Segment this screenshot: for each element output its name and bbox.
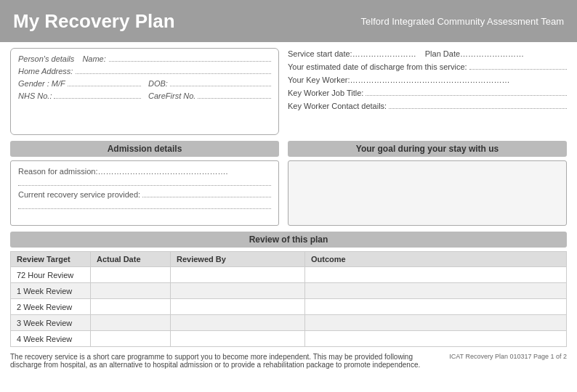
footer: The recovery service is a short care pro… xyxy=(10,353,567,369)
current-row: Current recovery service provided: xyxy=(18,190,271,199)
review-section: Review of this plan Review Target Actual… xyxy=(10,232,567,347)
review-table: Review Target Actual Date Reviewed By Ou… xyxy=(10,251,567,347)
review-cell-reviewed xyxy=(171,267,305,283)
middle-section: Admission details Reason for admission:…… xyxy=(10,141,567,226)
col-reviewed-by: Reviewed By xyxy=(171,252,305,267)
page-title: My Recovery Plan xyxy=(13,10,175,33)
main-content: Person's details Name: Home Address: Gen… xyxy=(0,42,577,373)
key-worker-label: Your Key Worker:…………………………………………………… xyxy=(288,75,510,84)
reason-extra-line xyxy=(18,179,271,186)
review-cell-target: 3 Week Review xyxy=(11,315,91,331)
admission-header: Admission details xyxy=(10,141,279,157)
review-cell-reviewed xyxy=(171,283,305,299)
review-cell-reviewed xyxy=(171,331,305,347)
carefirst-half: CareFirst No. xyxy=(148,91,271,100)
review-table-row: 1 Week Review xyxy=(11,283,567,299)
header: My Recovery Plan Telford Integrated Comm… xyxy=(0,0,577,42)
service-start-row: Service start date:…………………… Plan Date………… xyxy=(288,49,567,58)
discharge-row: Your estimated date of discharge from th… xyxy=(288,62,567,71)
review-cell-actual xyxy=(91,299,171,315)
review-cell-target: 1 Week Review xyxy=(11,283,91,299)
current-label: Current recovery service provided: xyxy=(18,190,140,199)
col-actual-date: Actual Date xyxy=(91,252,171,267)
gender-dob-row: Gender : M/F DOB: xyxy=(18,79,271,88)
col-review-target: Review Target xyxy=(11,252,91,267)
home-address-row: Home Address: xyxy=(18,67,271,75)
footer-ref: ICAT Recovery Plan 010317 Page 1 of 2 xyxy=(449,353,567,360)
review-cell-actual xyxy=(91,267,171,283)
review-cell-target: 72 Hour Review xyxy=(11,267,91,283)
right-info: Service start date:…………………… Plan Date………… xyxy=(288,48,567,135)
review-table-row: 72 Hour Review xyxy=(11,267,567,283)
discharge-label: Your estimated date of discharge from th… xyxy=(288,62,467,71)
contact-label: Key Worker Contact details: xyxy=(288,102,387,110)
current-extra-line xyxy=(18,202,271,209)
job-title-row: Key Worker Job Title: xyxy=(288,89,567,97)
address-dotted-line xyxy=(76,73,271,74)
review-cell-outcome xyxy=(305,315,567,331)
name-dotted-line xyxy=(109,61,271,62)
col-outcome: Outcome xyxy=(305,252,567,267)
nhs-carefirst-row: NHS No.: CareFirst No. xyxy=(18,91,271,100)
review-cell-outcome xyxy=(305,331,567,347)
goal-column: Your goal during your stay with us xyxy=(288,141,567,226)
dob-half: DOB: xyxy=(148,79,271,88)
review-cell-outcome xyxy=(305,267,567,283)
header-subtitle: Telford Integrated Community Assessment … xyxy=(361,16,564,27)
review-cell-outcome xyxy=(305,283,567,299)
top-section: Person's details Name: Home Address: Gen… xyxy=(10,48,567,135)
service-start-label: Service start date:…………………… xyxy=(288,49,416,58)
job-title-label: Key Worker Job Title: xyxy=(288,89,363,97)
review-table-header-row: Review Target Actual Date Reviewed By Ou… xyxy=(11,252,567,267)
plan-date-label: Plan Date…………………… xyxy=(425,49,524,58)
admission-box: Reason for admission:…………………………………………. C… xyxy=(10,160,279,226)
review-header: Review of this plan xyxy=(10,232,567,248)
review-cell-actual xyxy=(91,315,171,331)
admission-column: Admission details Reason for admission:…… xyxy=(10,141,279,226)
person-details-box: Person's details Name: Home Address: Gen… xyxy=(10,48,279,135)
goal-header: Your goal during your stay with us xyxy=(288,141,567,157)
review-cell-actual xyxy=(91,283,171,299)
key-worker-row: Your Key Worker:…………………………………………………… xyxy=(288,75,567,84)
reason-row: Reason for admission:…………………………………………. xyxy=(18,167,271,176)
review-table-row: 4 Week Review xyxy=(11,331,567,347)
reason-label: Reason for admission:…………………………………………. xyxy=(18,167,228,176)
review-cell-target: 4 Week Review xyxy=(11,331,91,347)
goal-box xyxy=(288,160,567,226)
review-cell-outcome xyxy=(305,299,567,315)
footer-main-text: The recovery service is a short care pro… xyxy=(10,353,442,369)
review-table-row: 2 Week Review xyxy=(11,299,567,315)
person-details-section-label: Person's details Name: xyxy=(18,54,271,63)
gender-half: Gender : M/F xyxy=(18,79,141,88)
review-cell-actual xyxy=(91,331,171,347)
review-table-row: 3 Week Review xyxy=(11,315,567,331)
review-cell-reviewed xyxy=(171,315,305,331)
review-cell-reviewed xyxy=(171,299,305,315)
nhs-half: NHS No.: xyxy=(18,91,141,100)
review-cell-target: 2 Week Review xyxy=(11,299,91,315)
contact-row: Key Worker Contact details: xyxy=(288,102,567,110)
